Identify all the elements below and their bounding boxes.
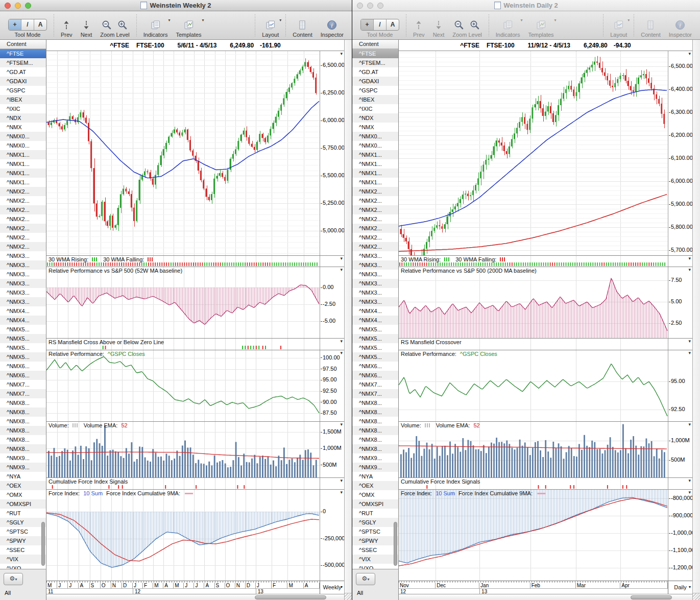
sidebar-item-nmx3[interactable]: ^NMX3...	[0, 270, 46, 279]
content-button[interactable]: Content	[641, 18, 661, 38]
sidebar-item-nmx3[interactable]: ^NMX3...	[0, 260, 46, 270]
sidebar-item-nmx8[interactable]: ^NMX8...	[0, 426, 46, 435]
sidebar-item-nmx8[interactable]: ^NMX8...	[0, 435, 46, 444]
sidebar-item-nmx8[interactable]: ^NMX8...	[352, 444, 398, 453]
collapse-panel-icon[interactable]: ▾	[340, 478, 343, 484]
sidebar-item-nmx9[interactable]: ^NMX9...	[0, 453, 46, 463]
tool-mode-segment-text[interactable]: A	[387, 19, 399, 30]
sidebar-item-nmx4[interactable]: ^NMX4...	[352, 306, 398, 316]
tool-mode-segment-line[interactable]: /	[374, 19, 387, 30]
sidebar-item-gdat[interactable]: ^GD.AT	[352, 67, 398, 77]
sidebar-item-nmx8[interactable]: ^NMX8...	[0, 444, 46, 453]
resize-grip[interactable]	[693, 593, 700, 600]
sidebar-item-nmx5[interactable]: ^NMX5...	[0, 334, 46, 343]
rs-mansfield-plot[interactable]: Relative Performance vs S&P 500 (52W MA …	[46, 267, 320, 338]
sidebar-item-ndx[interactable]: ^NDX	[352, 113, 398, 123]
sidebar-item-gspc[interactable]: ^GSPC	[0, 86, 46, 95]
sidebar-item-nmx8[interactable]: ^NMX8...	[352, 407, 398, 417]
collapse-panel-icon[interactable]: ▾	[688, 490, 691, 495]
vertical-scrollbar[interactable]	[692, 40, 700, 600]
sidebar-item-ftse[interactable]: ^FTSE	[352, 49, 398, 58]
next-button[interactable]: Next	[433, 18, 445, 38]
sidebar-item-gdaxi[interactable]: ^GDAXI	[0, 77, 46, 86]
sidebar-scroll-thumb[interactable]	[41, 522, 45, 566]
volume-plot[interactable]: Volume:Volume EMA:52	[399, 422, 668, 477]
horizontal-scroll-thumb[interactable]	[255, 595, 326, 599]
sidebar-item-rut[interactable]: ^RUT	[352, 509, 398, 518]
collapse-panel-icon[interactable]: ▾	[340, 256, 343, 261]
sidebar-item-nmx2[interactable]: ^NMX2...	[0, 196, 46, 205]
sidebar-item-spwy[interactable]: ^SPWY	[0, 536, 46, 545]
sidebar-item-nmx2[interactable]: ^NMX2...	[0, 224, 46, 233]
cfi-signals-plot[interactable]: Cumulative Force Index Signals	[399, 478, 668, 489]
zoom-window-button[interactable]	[25, 3, 31, 9]
sidebar-item-nmx1[interactable]: ^NMX1...	[352, 169, 398, 178]
tool-mode-segment-line[interactable]: /	[21, 19, 34, 30]
force-index-plot[interactable]: Force Index:10 SumForce Index Cumulative…	[399, 490, 668, 581]
inspector-button[interactable]: iInspector	[321, 18, 344, 38]
sidebar-item-nmx1[interactable]: ^NMX1...	[0, 150, 46, 159]
sidebar-item-nmx1[interactable]: ^NMX1...	[0, 178, 46, 187]
sidebar-item-nmx3[interactable]: ^NMX3...	[352, 297, 398, 306]
inspector-button[interactable]: iInspector	[669, 18, 692, 38]
sidebar-item-nmx3[interactable]: ^NMX3...	[352, 251, 398, 260]
sidebar-item-omxspi[interactable]: ^OMXSPI	[0, 499, 46, 509]
sidebar-item-nmx1[interactable]: ^NMX1...	[352, 178, 398, 187]
sidebar-item-nmx[interactable]: ^NMX	[352, 123, 398, 132]
vertical-scrollbar[interactable]	[344, 40, 352, 600]
prev-button[interactable]: Prev	[413, 18, 425, 38]
tool-mode-segment-text[interactable]: A	[34, 19, 46, 30]
sidebar-item-gdaxi[interactable]: ^GDAXI	[352, 77, 398, 86]
sidebar-item-nmx5[interactable]: ^NMX5...	[352, 334, 398, 343]
sidebar-item-nmx5[interactable]: ^NMX5...	[352, 325, 398, 334]
close-button[interactable]	[5, 3, 11, 9]
indicators-button[interactable]: ▾Indicators	[143, 18, 168, 38]
sidebar-item-ftsem[interactable]: ^FTSEM...	[0, 58, 46, 67]
sidebar-item-nmx9[interactable]: ^NMX9...	[0, 463, 46, 472]
volume-plot[interactable]: Volume:Volume EMA:52	[46, 422, 320, 477]
zoom-in-button[interactable]	[117, 19, 128, 31]
sidebar-item-nmx1[interactable]: ^NMX1...	[352, 159, 398, 169]
sidebar-item-gdat[interactable]: ^GD.AT	[0, 67, 46, 77]
sidebar-item-nmx9[interactable]: ^NMX9...	[352, 463, 398, 472]
collapse-panel-icon[interactable]: ▾	[688, 339, 691, 344]
sidebar-item-nmx2[interactable]: ^NMX2...	[352, 205, 398, 214]
sidebar-item-nmx0[interactable]: ^NMX0...	[352, 132, 398, 141]
tool-mode-segment-crosshair[interactable]: +	[9, 19, 21, 30]
collapse-panel-icon[interactable]: ▾	[340, 51, 343, 57]
sidebar-scroll-thumb[interactable]	[394, 522, 397, 566]
sidebar-item-ftse[interactable]: ^FTSE	[0, 49, 46, 58]
sidebar-item-nmx1[interactable]: ^NMX1...	[0, 159, 46, 169]
cfi-signals-plot[interactable]: Cumulative Force Index Signals	[46, 478, 320, 489]
sidebar-item-nmx3[interactable]: ^NMX3...	[0, 288, 46, 297]
sidebar-item-ixic[interactable]: ^IXIC	[0, 104, 46, 113]
sidebar-item-nmx6[interactable]: ^NMX6...	[352, 371, 398, 380]
sidebar-item-nmx3[interactable]: ^NMX3...	[352, 288, 398, 297]
sidebar-header[interactable]: Content	[352, 40, 398, 49]
titlebar[interactable]: Weinstein Daily 2	[352, 0, 700, 11]
sidebar-item-sgly[interactable]: ^SGLY	[0, 518, 46, 527]
sidebar-item-oex[interactable]: ^OEX	[352, 481, 398, 490]
sidebar-item-ibex[interactable]: ^IBEX	[352, 95, 398, 104]
sidebar-item-nmx5[interactable]: ^NMX5...	[0, 352, 46, 362]
sidebar-item-nmx4[interactable]: ^NMX4...	[0, 306, 46, 316]
sidebar-item-vxo[interactable]: ^VXO	[352, 564, 398, 569]
sidebar-item-nmx7[interactable]: ^NMX7...	[352, 380, 398, 389]
sidebar-item-omx[interactable]: ^OMX	[0, 490, 46, 499]
mansfield-cross-plot[interactable]: RS Mansfield Cross Above or Below Zero L…	[46, 339, 320, 350]
sidebar-item-rut[interactable]: ^RUT	[0, 509, 46, 518]
sidebar-item-nmx3[interactable]: ^NMX3...	[0, 251, 46, 260]
collapse-panel-icon[interactable]: ▾	[688, 350, 691, 356]
sidebar-item-nmx2[interactable]: ^NMX2...	[0, 214, 46, 224]
sidebar-item-nmx0[interactable]: ^NMX0...	[0, 141, 46, 150]
sidebar-item-nya[interactable]: ^NYA	[352, 472, 398, 481]
price-plot[interactable]	[399, 51, 668, 255]
sidebar-item-ssec[interactable]: ^SSEC	[0, 545, 46, 555]
sidebar-item-vix[interactable]: ^VIX	[352, 555, 398, 564]
sidebar-item-nmx[interactable]: ^NMX	[0, 123, 46, 132]
zoom-out-button[interactable]	[101, 19, 112, 31]
gear-menu-button[interactable]: ⚙▾	[356, 573, 375, 585]
sidebar-item-omx[interactable]: ^OMX	[352, 490, 398, 499]
collapse-panel-icon[interactable]: ▾	[340, 267, 343, 273]
sidebar-item-nmx8[interactable]: ^NMX8...	[0, 398, 46, 407]
